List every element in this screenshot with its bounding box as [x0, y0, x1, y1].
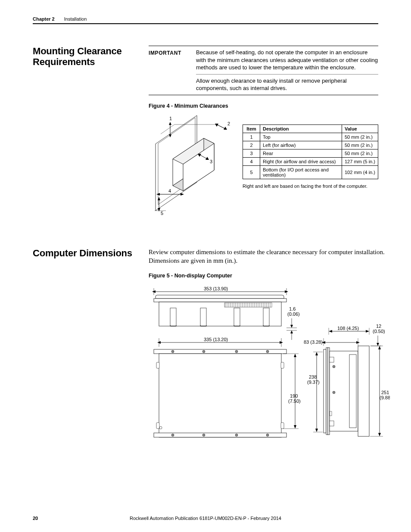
diagram-label-4: 4: [168, 188, 171, 193]
page-footer: 20 Rockwell Automation Publication 6181P…: [33, 516, 378, 521]
dim-side-full-b: (9.88): [380, 395, 390, 400]
svg-marker-66: [290, 330, 293, 333]
svg-rect-108: [326, 348, 328, 435]
important-paragraph-1: Because of self-heating, do not operate …: [196, 49, 378, 72]
figure5-row: 353 (13.90) 1.6: [149, 282, 390, 442]
svg-rect-117: [349, 355, 356, 428]
th-desc: Description: [260, 124, 342, 133]
svg-marker-90: [294, 354, 296, 357]
svg-rect-85: [281, 362, 284, 368]
figure4-row: 1 2 3 4: [149, 112, 378, 216]
svg-rect-109: [328, 348, 330, 435]
dim-side-full-a: 251: [381, 390, 389, 395]
front-top-view: 353 (13.90) 1.6: [149, 282, 304, 442]
side-view: 83 (3.28) 108 (4.25) 12 (0.50): [304, 282, 390, 442]
diagram-label-5: 5: [161, 211, 163, 216]
svg-rect-87: [281, 423, 284, 429]
chapter-label: Chapter 2: [33, 16, 55, 22]
section-content-col: Review computer dimensions to estimate t…: [149, 248, 390, 442]
svg-marker-8: [169, 122, 171, 125]
dimensions-body: Review computer dimensions to estimate t…: [149, 248, 390, 265]
section-title-dimensions: Computer Dimensions: [33, 248, 143, 258]
section-dimensions: Computer Dimensions Review computer dime…: [33, 248, 378, 442]
svg-rect-111: [358, 346, 369, 436]
important-callout: IMPORTANT Because of self-heating, do no…: [149, 46, 378, 95]
figure4-caption: Figure 4 - Minimum Clearances: [149, 103, 378, 109]
svg-marker-120: [315, 429, 318, 432]
section-title-col: Computer Dimensions: [33, 248, 143, 442]
th-value: Value: [342, 124, 378, 133]
dim-side-span: 83 (3.28): [304, 339, 323, 345]
clearance-table-wrap: Item Description Value 1Top50 mm (2 in.)…: [243, 112, 378, 189]
svg-marker-119: [315, 352, 318, 355]
svg-point-79: [266, 350, 269, 353]
svg-marker-19: [181, 193, 184, 196]
table-row: 3Rear50 mm (2 in.): [243, 149, 378, 157]
svg-rect-86: [156, 423, 159, 429]
section-title-mounting: Mounting Clearance Requirements: [33, 46, 143, 68]
dim-flange-a: 1.6: [289, 306, 296, 311]
important-body: Because of self-heating, do not operate …: [196, 49, 378, 92]
svg-marker-124: [378, 346, 381, 349]
dim-side-w: 108 (4.25): [337, 326, 359, 331]
svg-point-113: [333, 365, 335, 368]
svg-rect-115: [330, 421, 334, 426]
table-note: Right and left are based on facing the f…: [243, 184, 378, 189]
svg-marker-63: [290, 325, 293, 328]
clearance-table: Item Description Value 1Top50 mm (2 in.)…: [243, 124, 378, 179]
svg-rect-30: [224, 303, 272, 307]
svg-rect-28: [154, 299, 286, 302]
publication-line: Rockwell Automation Publication 6181P-UM…: [33, 516, 378, 521]
svg-point-81: [202, 434, 205, 436]
svg-point-78: [235, 350, 238, 353]
section-content-col: IMPORTANT Because of self-heating, do no…: [149, 46, 378, 216]
dim-side-flap-b: (0.50): [373, 329, 385, 334]
svg-point-80: [171, 434, 174, 436]
svg-rect-84: [156, 362, 159, 368]
svg-marker-91: [294, 425, 296, 429]
clearance-diagram: 1 2 3 4: [149, 112, 235, 216]
dim-h-body-b: (7.50): [288, 398, 301, 404]
svg-point-82: [235, 434, 238, 436]
section-mounting-clearance: Mounting Clearance Requirements IMPORTAN…: [33, 46, 378, 216]
svg-marker-22: [158, 208, 160, 212]
dim-flange-b: (0.06): [287, 311, 300, 317]
diagram-label-1: 1: [169, 116, 172, 121]
important-divider: [196, 74, 378, 75]
dim-side-flap-a: 12: [376, 324, 381, 329]
dim-side-h-a: 238: [309, 374, 317, 380]
svg-line-11: [217, 124, 225, 129]
page-header: Chapter 2 Installation: [33, 16, 378, 24]
svg-point-83: [266, 434, 269, 436]
svg-marker-105: [377, 343, 379, 346]
figure5-caption: Figure 5 - Non-display Computer: [149, 273, 390, 279]
table-row: 2Left (for airflow)50 mm (2 in.): [243, 141, 378, 149]
table-row: 4Right (for airflow and drive access)127…: [243, 157, 378, 165]
th-item: Item: [243, 124, 260, 133]
dim-h-body-a: 190: [290, 393, 298, 398]
svg-rect-74: [159, 354, 281, 437]
diagram-label-2: 2: [227, 121, 230, 126]
svg-point-77: [202, 350, 205, 353]
table-row: 1Top50 mm (2 in.): [243, 133, 378, 141]
svg-rect-112: [330, 357, 334, 362]
dim-w-inner: 335 (13.20): [204, 337, 228, 342]
dim-side-h-b: (9.37): [307, 380, 320, 385]
table-row: 5Bottom (for I/O port access and ventila…: [243, 165, 378, 179]
section-title-col: Mounting Clearance Requirements: [33, 46, 143, 216]
important-label: IMPORTANT: [149, 49, 192, 92]
dim-w-outer: 353 (13.90): [204, 286, 228, 291]
svg-marker-125: [378, 433, 381, 436]
diagram-label-3: 3: [210, 159, 212, 164]
svg-marker-100: [329, 330, 332, 333]
chapter-title: Installation: [64, 16, 87, 22]
svg-point-114: [333, 391, 335, 394]
svg-point-76: [171, 350, 174, 353]
svg-rect-107: [324, 349, 326, 433]
table-row: Item Description Value: [243, 124, 378, 133]
important-paragraph-2: Allow enough clearance to easily install…: [196, 77, 378, 92]
svg-marker-101: [366, 330, 369, 333]
